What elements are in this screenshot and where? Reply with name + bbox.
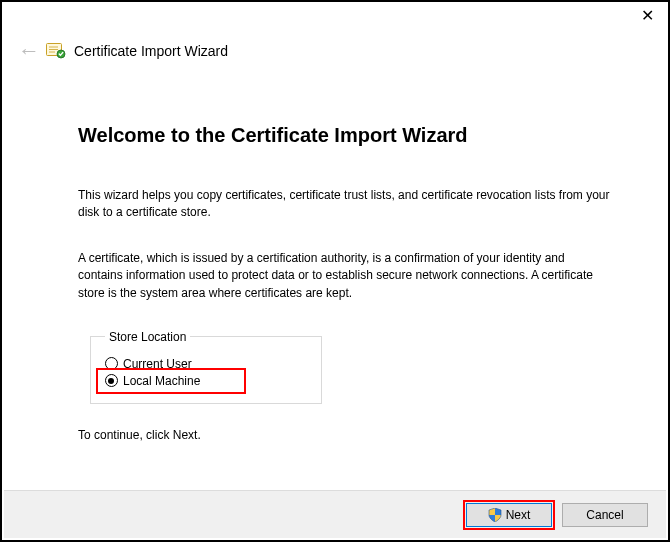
titlebar: ✕ [2, 2, 668, 36]
intro-text: This wizard helps you copy certificates,… [78, 187, 612, 222]
radio-icon [105, 357, 118, 370]
page-heading: Welcome to the Certificate Import Wizard [78, 124, 612, 147]
uac-shield-icon [488, 508, 502, 522]
wizard-header: ← Certificate Import Wizard [2, 36, 668, 78]
next-button-label: Next [506, 508, 531, 522]
radio-label: Local Machine [123, 374, 200, 388]
wizard-footer: Next Cancel [4, 490, 666, 538]
continue-text: To continue, click Next. [78, 428, 612, 442]
radio-icon [105, 374, 118, 387]
radio-current-user[interactable]: Current User [105, 357, 307, 371]
wizard-window: ✕ ← Certificate Import Wizard Welcome to… [0, 0, 670, 542]
cancel-button[interactable]: Cancel [562, 503, 648, 527]
store-location-group: Store Location Current User Local Machin… [90, 330, 612, 404]
cancel-button-label: Cancel [586, 508, 623, 522]
radio-local-machine[interactable]: Local Machine [105, 374, 307, 388]
store-location-legend: Store Location [105, 330, 190, 344]
next-button[interactable]: Next [466, 503, 552, 527]
certificate-icon [46, 42, 66, 60]
wizard-title: Certificate Import Wizard [74, 43, 228, 59]
close-icon[interactable]: ✕ [641, 8, 654, 24]
back-arrow-icon: ← [18, 40, 40, 62]
description-text: A certificate, which is issued by a cert… [78, 250, 612, 302]
wizard-content: Welcome to the Certificate Import Wizard… [2, 78, 668, 540]
radio-label: Current User [123, 357, 192, 371]
